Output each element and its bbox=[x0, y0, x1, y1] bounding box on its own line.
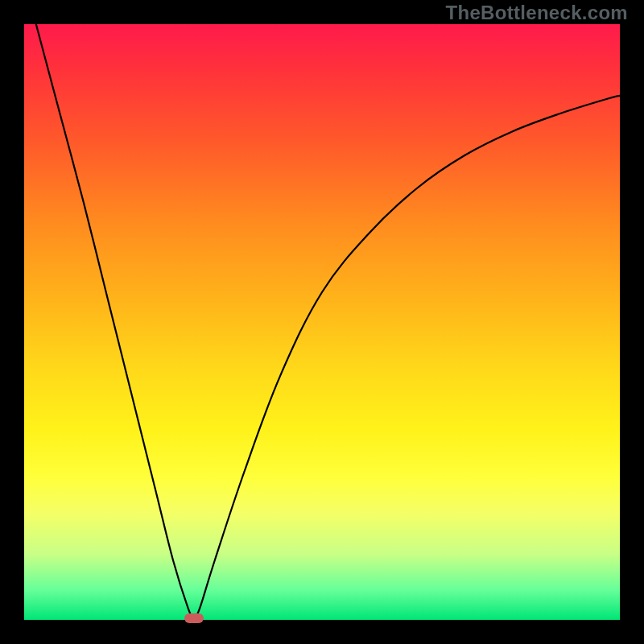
curve-layer bbox=[24, 24, 620, 620]
right-branch-curve bbox=[194, 96, 620, 620]
chart-frame: TheBottleneck.com bbox=[0, 0, 644, 644]
watermark-text: TheBottleneck.com bbox=[446, 2, 628, 24]
minimum-marker bbox=[184, 613, 204, 623]
left-branch-curve bbox=[36, 24, 194, 620]
plot-area bbox=[24, 24, 620, 620]
